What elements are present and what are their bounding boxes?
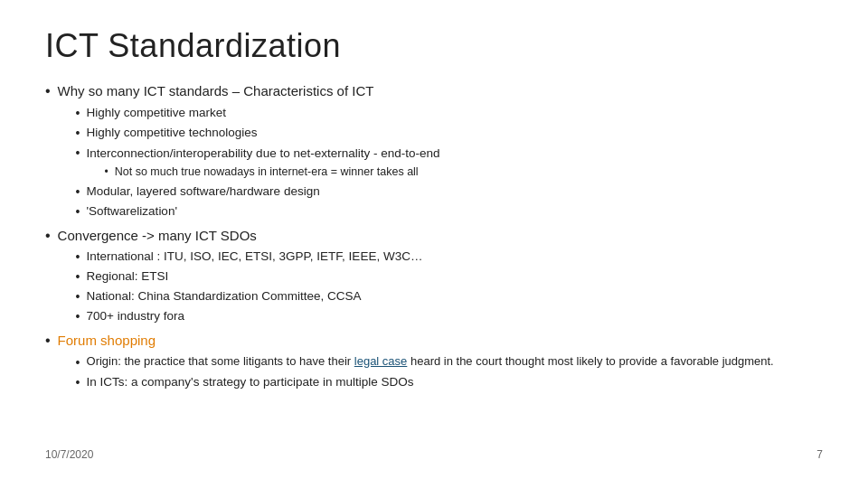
list-item-3-1: • Origin: the practice that some litigan… (76, 353, 774, 372)
bullet-2-2: • (76, 267, 80, 286)
list-item-3-2: • In ICTs: a company's strategy to parti… (76, 373, 774, 392)
list-item-2-2: • Regional: ETSI (76, 267, 423, 286)
footer-page: 7 (816, 448, 823, 461)
text-2-2: Regional: ETSI (87, 267, 169, 286)
section-1-items: • Highly competitive market • Highly com… (76, 104, 440, 221)
bullet-1-3-sub: • (105, 164, 108, 180)
text-2-1: International : ITU, ISO, IEC, ETSI, 3GP… (87, 248, 423, 266)
text-1-1: Highly competitive market (87, 104, 227, 122)
list-item-2-3: • National: China Standardization Commit… (76, 287, 423, 306)
text-3-2: In ICTs: a company's strategy to partici… (87, 373, 414, 391)
text-1-3: Interconnection/interoperability due to … (87, 146, 440, 160)
list-item-1-5: • 'Softwarelization' (76, 202, 440, 221)
main-list: • Why so many ICT standards – Characteri… (45, 81, 823, 393)
text-2-4: 700+ industry fora (87, 307, 184, 325)
section-1-label: Why so many ICT standards – Characterist… (58, 83, 374, 99)
slide: ICT Standardization • Why so many ICT st… (0, 0, 868, 488)
list-item-1: • Why so many ICT standards – Characteri… (45, 81, 823, 222)
list-item-1-2: • Highly competitive technologies (76, 124, 440, 143)
bullet-1: • (45, 81, 51, 101)
list-item-2-4: • 700+ industry fora (76, 307, 423, 326)
section-1: Why so many ICT standards – Characterist… (58, 81, 440, 222)
list-item-2: • Convergence -> many ICT SDOs • Interna… (45, 226, 823, 328)
bullet-1-4: • (76, 183, 80, 202)
text-1-2: Highly competitive technologies (87, 124, 258, 142)
text-3-1-link: legal case (354, 354, 408, 368)
list-item-1-4: • Modular, layered software/hardware des… (76, 183, 440, 202)
text-2-3: National: China Standardization Committe… (87, 287, 362, 305)
bullet-1-1: • (76, 104, 80, 123)
bullet-1-3: • (76, 144, 80, 163)
section-2: Convergence -> many ICT SDOs • Internati… (58, 226, 423, 328)
section-3-items: • Origin: the practice that some litigan… (76, 353, 774, 392)
slide-footer: 10/7/2020 7 (45, 443, 823, 461)
bullet-3: • (45, 331, 51, 351)
text-1-3-sub: Not so much true nowadays in internet-er… (115, 164, 419, 181)
footer-date: 10/7/2020 (45, 448, 93, 461)
bullet-1-2: • (76, 124, 80, 143)
text-3-1-origin: Origin: the practice that some litigants… (87, 353, 774, 371)
list-item-1-3: • Interconnection/interoperability due t… (76, 144, 440, 182)
section-2-items: • International : ITU, ISO, IEC, ETSI, 3… (76, 248, 423, 326)
section-3-label: Forum shopping (58, 333, 156, 348)
list-item-3: • Forum shopping • Origin: the practice … (45, 331, 823, 393)
bullet-2-1: • (76, 248, 80, 267)
section-1-3-sub: • Not so much true nowadays in internet-… (105, 164, 440, 181)
list-item-1-3-sub: • Not so much true nowadays in internet-… (105, 164, 440, 181)
bullet-1-5: • (76, 202, 80, 221)
slide-content: • Why so many ICT standards – Characteri… (45, 81, 823, 443)
bullet-2-3: • (76, 287, 80, 306)
bullet-2: • (45, 226, 51, 246)
list-item-2-1: • International : ITU, ISO, IEC, ETSI, 3… (76, 248, 423, 267)
text-3-1-before: Origin: the practice that some litigants… (87, 354, 354, 368)
section-3: Forum shopping • Origin: the practice th… (58, 331, 774, 393)
text-1-5: 'Softwarelization' (87, 202, 177, 221)
slide-title: ICT Standardization (45, 27, 823, 65)
text-3-1-after: heard in the court thought most likely t… (407, 354, 773, 368)
section-2-label: Convergence -> many ICT SDOs (58, 228, 257, 243)
bullet-3-1: • (76, 353, 80, 372)
text-1-4: Modular, layered software/hardware desig… (87, 183, 320, 201)
item-1-3-group: Interconnection/interoperability due to … (87, 144, 440, 182)
bullet-2-4: • (76, 307, 80, 326)
bullet-3-2: • (76, 373, 80, 392)
list-item-1-1: • Highly competitive market (76, 104, 440, 123)
